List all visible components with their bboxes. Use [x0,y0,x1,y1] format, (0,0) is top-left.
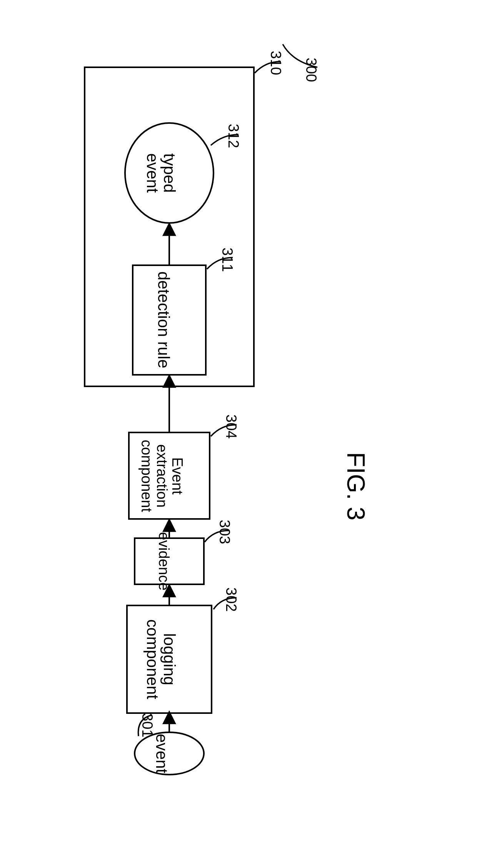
node-detection [133,265,206,375]
leader-311 [207,258,233,269]
diagram-svg [0,0,477,868]
node-event [135,732,204,775]
leader-303 [205,530,229,542]
leader-302 [213,598,237,609]
leader-312 [211,135,239,145]
diagram-canvas: event logging component evidence Event e… [0,0,477,868]
leader-301 [138,715,152,736]
node-typed-event [125,123,213,223]
leader-310 [255,62,281,73]
leader-304 [211,425,237,436]
node-evidence [135,538,204,584]
node-logging [127,605,212,713]
leader-300 [283,44,317,67]
node-extraction [129,432,210,519]
